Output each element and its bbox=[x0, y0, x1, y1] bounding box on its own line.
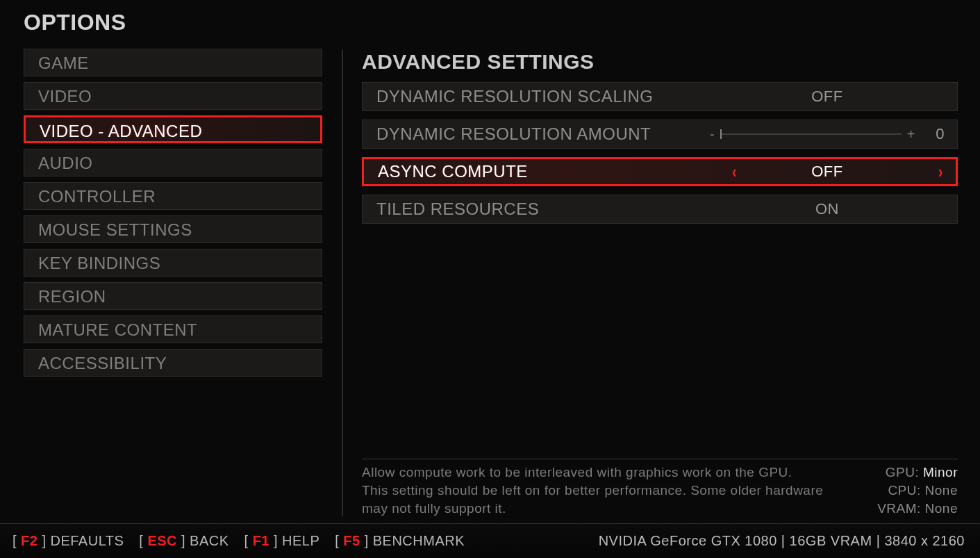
sidebar-item[interactable]: CONTROLLER bbox=[24, 182, 322, 210]
impact-vram: VRAM: None bbox=[854, 500, 958, 518]
description-line: This setting should be left on for bette… bbox=[362, 482, 833, 518]
hotkey-label: BENCHMARK bbox=[373, 533, 465, 549]
settings-list: DYNAMIC RESOLUTION SCALINGOFFDYNAMIC RES… bbox=[362, 82, 958, 224]
setting-value[interactable]: OFF‹› bbox=[711, 163, 943, 181]
sidebar-item[interactable]: AUDIO bbox=[24, 149, 322, 177]
sidebar-item[interactable]: ACCESSIBILITY bbox=[24, 349, 322, 377]
hotkey-hint: [F2]DEFAULTS bbox=[13, 533, 124, 549]
description-text: Allow compute work to be interleaved wit… bbox=[362, 463, 854, 518]
hotkey-key: F5 bbox=[343, 533, 360, 549]
setting-value[interactable]: OFF bbox=[710, 88, 945, 106]
setting-row[interactable]: DYNAMIC RESOLUTION SCALINGOFF bbox=[362, 82, 958, 111]
hotkey-hint: [F5]BENCHMARK bbox=[335, 533, 465, 549]
sidebar-item[interactable]: VIDEO - ADVANCED bbox=[24, 115, 322, 143]
sidebar: GAMEVIDEOVIDEO - ADVANCEDAUDIOCONTROLLER… bbox=[24, 49, 322, 377]
impact-panel: GPU: Minor CPU: None VRAM: None bbox=[854, 463, 958, 518]
sidebar-item[interactable]: KEY BINDINGS bbox=[24, 249, 322, 277]
system-info: NVIDIA GeForce GTX 1080 | 16GB VRAM | 38… bbox=[599, 533, 965, 549]
bottom-bar: [F2]DEFAULTS[ESC]BACK[F1]HELP[F5]BENCHMA… bbox=[0, 523, 980, 558]
slider-value: 0 bbox=[921, 125, 945, 143]
setting-label: ASYNC COMPUTE bbox=[378, 162, 711, 181]
hotkey-hint: [F1]HELP bbox=[244, 533, 320, 549]
setting-label: TILED RESOURCES bbox=[376, 199, 710, 219]
hotkey-label: HELP bbox=[282, 533, 319, 549]
setting-row[interactable]: DYNAMIC RESOLUTION AMOUNT-+0 bbox=[362, 120, 958, 149]
slider-minus-icon[interactable]: - bbox=[710, 126, 715, 142]
impact-gpu: GPU: Minor bbox=[854, 463, 958, 482]
hotkeys: [F2]DEFAULTS[ESC]BACK[F1]HELP[F5]BENCHMA… bbox=[13, 533, 465, 549]
setting-row[interactable]: TILED RESOURCESON bbox=[362, 195, 958, 224]
slider-handle[interactable] bbox=[720, 129, 722, 139]
impact-cpu: CPU: None bbox=[854, 482, 958, 500]
hotkey-key: F1 bbox=[253, 533, 269, 549]
sidebar-item[interactable]: GAME bbox=[24, 49, 322, 76]
panel-title: ADVANCED SETTINGS bbox=[362, 50, 595, 74]
chevron-right-icon[interactable]: › bbox=[938, 161, 943, 182]
hotkey-key: F2 bbox=[21, 533, 38, 549]
sidebar-item[interactable]: MATURE CONTENT bbox=[24, 315, 322, 343]
sidebar-item[interactable]: REGION bbox=[24, 282, 322, 310]
setting-label: DYNAMIC RESOLUTION AMOUNT bbox=[376, 124, 710, 144]
description-area: Allow compute work to be interleaved wit… bbox=[362, 459, 958, 518]
setting-slider[interactable]: -+0 bbox=[710, 125, 945, 143]
slider-track[interactable] bbox=[720, 133, 902, 135]
setting-value-text: OFF bbox=[811, 88, 843, 106]
setting-row[interactable]: ASYNC COMPUTEOFF‹› bbox=[362, 157, 958, 186]
sidebar-item[interactable]: MOUSE SETTINGS bbox=[24, 215, 322, 243]
hotkey-key: ESC bbox=[147, 533, 177, 549]
setting-value-text: ON bbox=[815, 200, 839, 218]
hotkey-label: BACK bbox=[190, 533, 229, 549]
vertical-divider bbox=[342, 50, 343, 516]
setting-label: DYNAMIC RESOLUTION SCALING bbox=[376, 87, 710, 106]
sidebar-item[interactable]: VIDEO bbox=[24, 82, 322, 110]
hotkey-label: DEFAULTS bbox=[50, 533, 124, 549]
chevron-left-icon[interactable]: ‹ bbox=[732, 161, 737, 182]
slider-plus-icon[interactable]: + bbox=[907, 126, 915, 142]
setting-value[interactable]: ON bbox=[710, 200, 945, 218]
page-title: OPTIONS bbox=[24, 10, 126, 35]
setting-value-text: OFF bbox=[811, 163, 843, 181]
hotkey-hint: [ESC]BACK bbox=[139, 533, 229, 549]
description-line: Allow compute work to be interleaved wit… bbox=[362, 463, 833, 482]
